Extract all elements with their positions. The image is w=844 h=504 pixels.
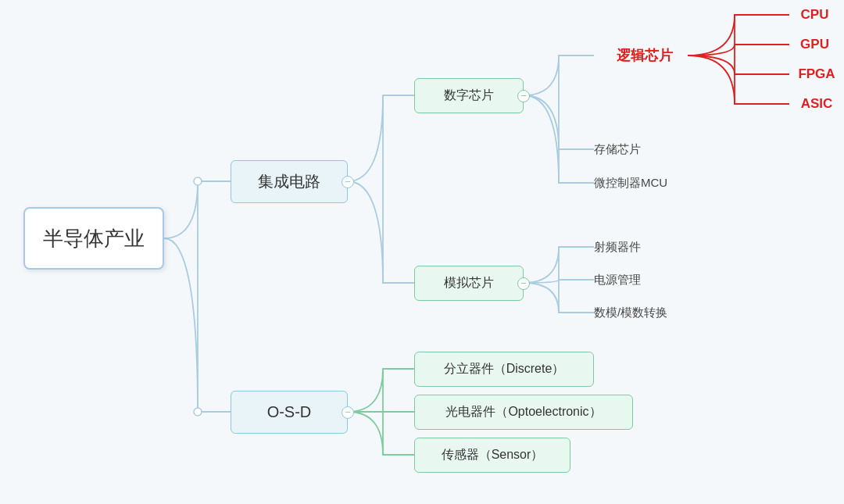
node-dianyuan: 电源管理 [594,267,696,292]
node-luoji: 逻辑芯片 [594,43,696,68]
cpu-label: CPU [801,7,829,23]
gpu-label: GPU [800,37,829,52]
dianyuan-label: 电源管理 [594,273,641,288]
node-shumo: 数模/模数转换 [594,300,731,325]
chuanganqi-label: 传感器（Sensor） [442,447,544,463]
node-weikong: 微控制器MCU [594,170,723,195]
node-fenliji: 分立器件（Discrete） [414,352,594,387]
root-label: 半导体产业 [43,225,145,252]
shuzi-label: 数字芯片 [444,88,494,104]
node-jicheng: 集成电路 − [231,160,348,203]
shumo-label: 数模/模数转换 [594,306,667,320]
moni-collapse[interactable]: − [517,277,530,290]
node-gpu: GPU [789,34,840,55]
node-guangdian: 光电器件（Optoelectronic） [414,395,633,430]
root-node: 半导体产业 [23,207,164,270]
osd-label: O-S-D [267,403,312,421]
fpga-label: FPGA [798,66,835,82]
jicheng-label: 集成电路 [258,171,320,192]
osd-collapse[interactable]: − [342,406,354,419]
node-fpga: FPGA [789,63,844,85]
fenliji-label: 分立器件（Discrete） [444,361,565,377]
node-moni: 模拟芯片 − [414,266,524,301]
guangdian-label: 光电器件（Optoelectronic） [445,404,601,420]
node-chuanganqi: 传感器（Sensor） [414,438,570,473]
jicheng-collapse[interactable]: − [342,176,354,188]
svg-point-7 [194,408,202,416]
node-shuzi: 数字芯片 − [414,78,524,113]
moni-label: 模拟芯片 [444,275,494,291]
mind-map: 半导体产业 集成电路 − O-S-D − 数字芯片 − 模拟芯片 − 分立器件（… [0,0,844,504]
luoji-label: 逻辑芯片 [617,46,673,65]
node-cunchu: 存储芯片 [594,137,711,162]
svg-point-6 [194,177,202,185]
node-asic: ASIC [789,93,844,115]
shepin-label: 射频器件 [594,240,641,255]
node-shepin: 射频器件 [594,234,696,259]
node-osd: O-S-D − [231,391,348,434]
shuzi-collapse[interactable]: − [517,90,530,102]
node-cpu: CPU [789,4,840,26]
weikong-label: 微控制器MCU [594,176,667,191]
asic-label: ASIC [801,96,833,112]
cunchu-label: 存储芯片 [594,142,641,157]
